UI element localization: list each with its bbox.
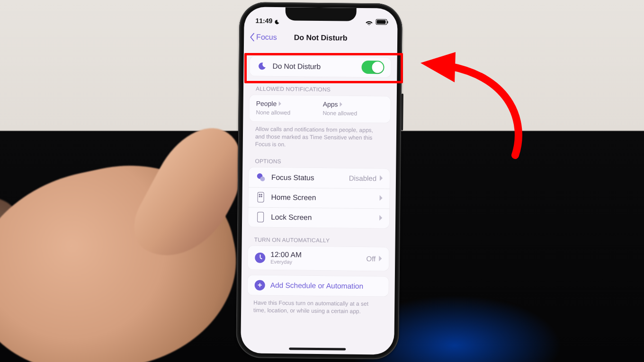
chevron-right-icon [379,194,383,203]
allowed-people-label: People [256,100,277,107]
dnd-switch[interactable] [361,61,384,74]
home-screen-icon [255,192,267,203]
allowed-people-value: None allowed [256,109,317,116]
allowed-group: People None allowed Apps None allowed [249,95,391,123]
pointer-arrow [412,52,530,161]
back-button[interactable]: Focus [250,33,277,42]
options-group: Focus Status Disabled Home Screen [248,167,390,228]
chevron-right-icon [379,174,383,183]
schedule-time: 12:00 AM [270,250,366,260]
focus-status-value: Disabled [349,174,377,183]
schedule-group: 12:00 AM Everyday Off [248,246,389,271]
moon-icon [256,62,268,71]
status-moon-icon [274,18,279,23]
focus-status-row[interactable]: Focus Status Disabled [249,167,390,188]
allowed-header: ALLOWED NOTIFICATIONS [243,76,397,96]
automation-header: TURN ON AUTOMATICALLY [242,227,395,247]
chevron-right-icon [378,255,382,263]
allowed-people[interactable]: People None allowed [256,100,317,116]
hand [0,142,246,362]
chevron-right-icon [379,214,383,222]
schedule-state: Off [366,255,376,263]
schedule-repeat: Everyday [270,259,366,266]
wifi-icon [365,19,373,25]
focus-status-label: Focus Status [271,173,349,183]
lock-screen-row[interactable]: Lock Screen [248,207,389,228]
add-schedule-label: Add Schedule or Automation [270,281,382,290]
lock-screen-icon [255,212,266,222]
add-schedule-group: + Add Schedule or Automation [247,275,388,296]
back-label: Focus [256,33,277,42]
add-schedule-row[interactable]: + Add Schedule or Automation [247,275,388,296]
allowed-apps-label: Apps [323,100,338,108]
dnd-toggle-row[interactable]: Do Not Disturb [250,56,391,77]
notch [286,7,357,21]
options-header: OPTIONS [242,148,396,168]
settings-content: Do Not Disturb ALLOWED NOTIFICATIONS Peo… [241,49,397,354]
chevron-right-icon [340,100,343,108]
clock-icon [254,252,266,263]
dnd-group: Do Not Disturb [250,56,391,77]
iphone-frame: 11:49 Focus Do Not Dist [236,2,402,360]
iphone-screen: 11:49 Focus Do Not Dist [241,7,398,354]
schedule-row[interactable]: 12:00 AM Everyday Off [248,246,389,271]
scene-root: 11:49 Focus Do Not Dist [0,0,644,362]
status-time: 11:49 [255,17,272,25]
allowed-apps[interactable]: Apps None allowed [322,100,384,117]
allowed-apps-value: None allowed [322,110,384,117]
chevron-right-icon [278,100,281,107]
home-screen-label: Home Screen [271,193,379,203]
allowed-caption: Allow calls and notifications from peopl… [243,121,397,150]
nav-bar: Focus Do Not Disturb [244,27,397,48]
automation-caption: Have this Focus turn on automatically at… [241,295,394,316]
nav-title: Do Not Disturb [294,33,348,42]
plus-icon: + [254,280,266,290]
lock-screen-label: Lock Screen [271,213,379,222]
focus-status-icon [255,172,267,182]
battery-icon [376,19,387,25]
home-screen-row[interactable]: Home Screen [248,187,389,208]
dnd-label: Do Not Disturb [272,62,361,71]
